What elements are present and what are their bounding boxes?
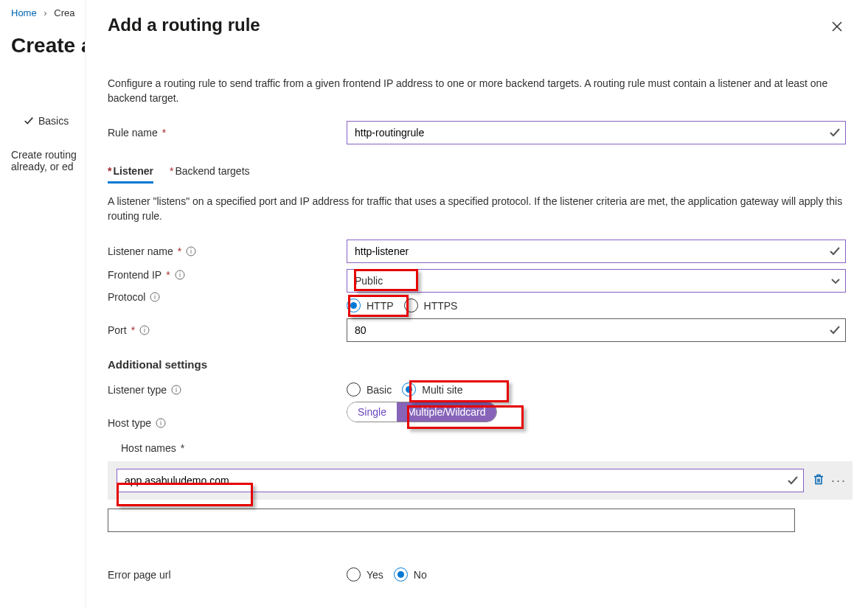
protocol-https-label: HTTPS [424,300,458,312]
info-icon[interactable]: i [175,270,185,280]
protocol-https-radio[interactable]: HTTPS [404,298,458,312]
error-page-no-label: No [414,569,427,581]
info-icon[interactable]: i [150,292,160,302]
svg-text:i: i [190,248,192,255]
listener-type-label: Listener type [108,384,167,396]
listener-type-basic-label: Basic [367,384,392,396]
listener-tab-description: A listener "listens" on a specified port… [108,194,846,224]
checkmark-icon [786,474,799,487]
host-type-single[interactable]: Single [347,402,397,422]
step-basics[interactable]: Basics [24,115,69,127]
port-label: Port [108,324,127,336]
checkmark-icon [828,245,841,258]
step-basics-label: Basics [38,115,69,127]
more-options-button[interactable]: ··· [831,473,847,489]
panel-title: Add a routing rule [108,15,846,35]
checkmark-icon [828,324,841,337]
svg-text:i: i [144,326,145,334]
host-names-label: Host names [121,442,176,454]
trash-icon [812,473,825,486]
frontend-ip-label: Frontend IP [108,269,162,281]
host-name-input-2[interactable] [108,509,795,532]
host-type-pill-group: Single Multiple/Wildcard [347,402,497,422]
breadcrumb-home[interactable]: Home [11,7,37,18]
breadcrumb-separator: › [44,7,46,18]
frontend-ip-select[interactable]: Public [347,269,846,293]
info-icon[interactable]: i [139,325,150,335]
background-text: Create routing already, or ed [11,149,85,172]
tabs: *Listener *Backend targets [108,165,846,184]
chevron-down-icon [830,276,841,286]
host-type-label: Host type [108,417,151,429]
listener-type-basic-radio[interactable]: Basic [347,382,392,396]
svg-text:i: i [154,293,156,301]
checkmark-icon [828,126,841,139]
rule-name-label: Rule name [108,127,158,139]
error-page-url-label: Error page url [108,569,171,581]
error-page-yes-label: Yes [367,569,383,581]
checkmark-icon [24,116,34,126]
page-title: Create a [11,34,93,57]
error-page-no-radio[interactable]: No [394,567,427,581]
host-names-container: ··· [108,461,853,500]
error-page-yes-radio[interactable]: Yes [347,567,383,581]
listener-type-multi-radio[interactable]: Multi site [402,382,462,396]
port-input[interactable] [347,318,846,342]
close-icon [831,21,843,32]
protocol-http-radio[interactable]: HTTP [347,298,394,312]
tab-backend-targets[interactable]: *Backend targets [170,165,250,184]
required-star: * [181,442,184,454]
info-icon[interactable]: i [186,246,196,256]
protocol-label: Protocol [108,291,145,303]
frontend-ip-value: Public [355,275,383,287]
additional-settings-heading: Additional settings [108,358,846,371]
panel-description: Configure a routing rule to send traffic… [108,76,846,106]
info-icon[interactable]: i [156,418,166,428]
breadcrumb-create: Crea [54,7,74,18]
svg-text:i: i [179,271,181,279]
rule-name-input[interactable] [347,121,846,144]
listener-name-input[interactable] [347,240,846,263]
close-button[interactable] [827,16,847,37]
protocol-http-label: HTTP [367,300,394,312]
host-name-input-1[interactable] [117,469,804,492]
required-star: * [162,127,166,139]
delete-host-button[interactable] [812,473,825,489]
listener-name-label: Listener name [108,245,173,257]
listener-type-multi-label: Multi site [422,384,462,396]
breadcrumb: Home › Crea [11,7,74,18]
tab-listener[interactable]: *Listener [108,165,153,184]
host-type-multiple[interactable]: Multiple/Wildcard [397,402,496,422]
svg-text:i: i [176,386,177,394]
routing-rule-panel: Add a routing rule Configure a routing r… [85,0,868,608]
info-icon[interactable]: i [171,385,181,395]
svg-text:i: i [160,419,162,427]
